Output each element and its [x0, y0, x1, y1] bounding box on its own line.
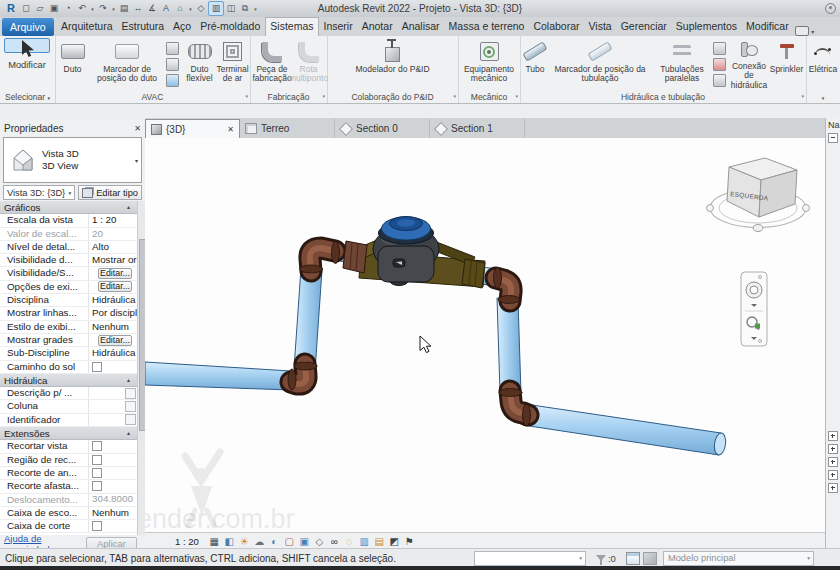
- view-tab-section-1[interactable]: Section 1: [430, 119, 525, 138]
- edit-button[interactable]: Editar...: [98, 268, 132, 279]
- thin-lines-icon[interactable]: ▥: [208, 1, 224, 16]
- panel-label-pid[interactable]: Colaboração do P&ID▾: [327, 92, 458, 103]
- undo-icon[interactable]: ↶: [75, 0, 89, 17]
- crop-view-icon[interactable]: ▢: [282, 534, 297, 549]
- view-tab-terreo[interactable]: Terreo: [240, 119, 335, 138]
- tab-arquivo[interactable]: Arquivo: [2, 18, 54, 36]
- tree-expand-icon[interactable]: [828, 457, 838, 467]
- panel-label-fabricacao[interactable]: Fabricação▾: [250, 92, 327, 103]
- sun-path-icon[interactable]: ☀: [237, 534, 252, 549]
- pipe-button[interactable]: Tubo: [522, 38, 548, 90]
- render-icon[interactable]: ◔: [61, 0, 75, 17]
- property-value[interactable]: Hidráulica: [89, 294, 138, 306]
- panel-label-avac[interactable]: AVAC▾: [55, 92, 250, 103]
- rendering-dialog-icon[interactable]: ◐: [267, 534, 282, 549]
- print-icon[interactable]: ▤: [117, 0, 131, 17]
- water-meter[interactable]: [343, 217, 485, 289]
- property-section-header[interactable]: Extensões▴: [0, 427, 138, 440]
- temp-view-properties-icon[interactable]: ▥: [357, 534, 372, 549]
- property-value[interactable]: Hidráulica: [89, 347, 138, 359]
- ribbon-display-toggle[interactable]: ▾: [795, 26, 814, 36]
- mechanical-equipment-button[interactable]: Equipamento mecânico: [460, 38, 518, 90]
- checkbox[interactable]: [92, 521, 102, 531]
- edit-button[interactable]: Editar...: [98, 281, 132, 292]
- electrical-button[interactable]: Elétrica: [808, 38, 838, 90]
- type-selector[interactable]: Vista 3D 3D View ▾: [3, 137, 142, 183]
- flex-pipe-icon[interactable]: [713, 74, 726, 87]
- pid-modeler-button[interactable]: Modelador do P&ID: [340, 38, 445, 90]
- checkbox[interactable]: [92, 481, 102, 491]
- drawing-area[interactable]: ender.com.br: [145, 138, 825, 532]
- parallel-pipes-button[interactable]: Tubulações paralelas: [652, 38, 712, 90]
- aligned-dimension-icon[interactable]: ∡: [145, 0, 159, 17]
- tab-suplementos[interactable]: Suplementos: [671, 17, 741, 36]
- browse-button[interactable]: [125, 401, 136, 412]
- tab-vista[interactable]: Vista: [584, 17, 616, 36]
- tab-arquitetura[interactable]: Arquitetura: [57, 17, 117, 36]
- checkbox[interactable]: [92, 455, 102, 465]
- flex-duct-button[interactable]: Duto flexível: [183, 38, 216, 90]
- property-value[interactable]: Mostrar original: [89, 254, 138, 266]
- tab-anotar[interactable]: Anotar: [357, 17, 397, 36]
- reveal-constraints-icon[interactable]: ⚑: [402, 534, 417, 549]
- tree-expand-icon[interactable]: [828, 431, 838, 441]
- tree-collapse-icon[interactable]: [828, 133, 838, 143]
- view-tab-close-icon[interactable]: ✕: [227, 125, 234, 134]
- tab-pre-moldado[interactable]: Pré-moldado: [196, 17, 265, 36]
- properties-scrollbar[interactable]: [137, 201, 145, 535]
- design-options-select[interactable]: Modelo principal ▾: [663, 551, 814, 566]
- project-browser-strip[interactable]: Na: [825, 118, 840, 548]
- customize-qat-chevron-icon[interactable]: ▾: [252, 6, 259, 12]
- checkbox[interactable]: [92, 441, 102, 451]
- avac-expand-icon[interactable]: ▾: [245, 91, 248, 102]
- property-value[interactable]: [89, 400, 138, 412]
- property-value[interactable]: Por disciplina: [89, 307, 138, 319]
- view-scale-control[interactable]: 1 : 20: [175, 536, 199, 547]
- tab-colaborar[interactable]: Colaborar: [529, 17, 584, 36]
- edit-type-button[interactable]: Editar tipo: [78, 185, 142, 200]
- view-tab-3d[interactable]: {3D} ✕: [145, 119, 240, 138]
- open-icon[interactable]: ▱: [33, 0, 47, 17]
- detail-level-icon[interactable]: ▦: [207, 534, 222, 549]
- property-value[interactable]: [89, 387, 138, 399]
- tab-gerenciar[interactable]: Gerenciar: [616, 17, 671, 36]
- edit-button[interactable]: Editar...: [98, 335, 132, 346]
- select-by-face-icon[interactable]: [643, 552, 657, 565]
- hidraulica-expand-icon[interactable]: ▾: [801, 91, 804, 102]
- shadows-icon[interactable]: ☁: [252, 534, 267, 549]
- duct-fitting-icon[interactable]: [166, 42, 179, 55]
- measure-icon[interactable]: ↔: [131, 0, 145, 17]
- tab-massa-e-terreno[interactable]: Massa e terreno: [444, 17, 529, 36]
- analytical-model-icon[interactable]: ▤: [372, 534, 387, 549]
- hide-isolate-icon[interactable]: ∞: [327, 534, 342, 549]
- viewcube[interactable]: ESQUERDA: [707, 158, 810, 232]
- section-icon[interactable]: ◇: [194, 0, 208, 17]
- save-icon[interactable]: ▣: [47, 0, 61, 17]
- panel-label-mecanico[interactable]: Mecânico▾: [458, 92, 520, 103]
- section-collapse-icon[interactable]: ▴: [127, 201, 130, 214]
- property-value[interactable]: Nenhum: [89, 321, 138, 333]
- pid-expand-icon[interactable]: ▾: [453, 91, 456, 102]
- displacement-sets-icon[interactable]: ◩: [387, 534, 402, 549]
- panel-label-hidraulica[interactable]: Hidráulica e tubulação▾: [520, 92, 806, 103]
- visual-style-icon[interactable]: ◧: [222, 534, 237, 549]
- browse-button[interactable]: [125, 414, 136, 425]
- instance-selector[interactable]: Vista 3D: {3D} ▾: [3, 185, 75, 200]
- reveal-hidden-icon[interactable]: ◌: [342, 534, 357, 549]
- redo-icon[interactable]: ↷: [96, 0, 110, 17]
- worksets-select[interactable]: ▾: [474, 551, 586, 566]
- tab-aco[interactable]: Aço: [169, 17, 196, 36]
- plumbing-fixture-button[interactable]: Conexão de hidráulica: [730, 38, 768, 90]
- modify-button[interactable]: Modificar: [4, 38, 50, 53]
- show-crop-region-icon[interactable]: ▣: [297, 534, 312, 549]
- tab-sistemas[interactable]: Sistemas: [265, 17, 319, 36]
- fabricacao-expand-icon[interactable]: ▾: [322, 91, 325, 102]
- air-terminal-button[interactable]: Terminal de ar: [217, 38, 248, 90]
- property-value[interactable]: Nenhum: [89, 507, 138, 519]
- property-value[interactable]: Alto: [89, 241, 138, 253]
- browse-button[interactable]: [125, 388, 136, 399]
- signin-icon[interactable]: [825, 3, 836, 14]
- property-value[interactable]: [89, 414, 138, 426]
- editable-only-icon[interactable]: [626, 552, 640, 565]
- property-section-header[interactable]: Gráficos▴: [0, 201, 138, 214]
